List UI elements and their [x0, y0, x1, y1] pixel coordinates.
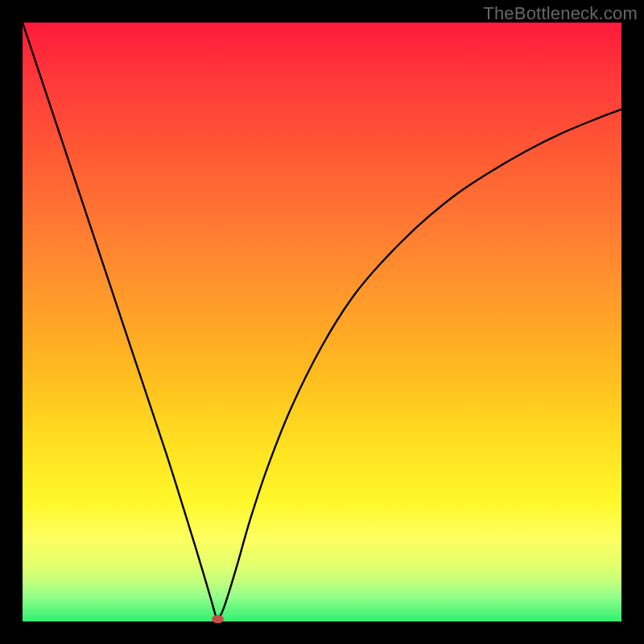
chart-svg [23, 23, 621, 621]
watermark-label: TheBottleneck.com [483, 3, 638, 24]
chart-frame: TheBottleneck.com [0, 0, 644, 644]
chart-marker [212, 615, 224, 623]
svg-point-0 [212, 615, 224, 623]
chart-plot-area [23, 23, 621, 621]
chart-curve [23, 23, 621, 619]
